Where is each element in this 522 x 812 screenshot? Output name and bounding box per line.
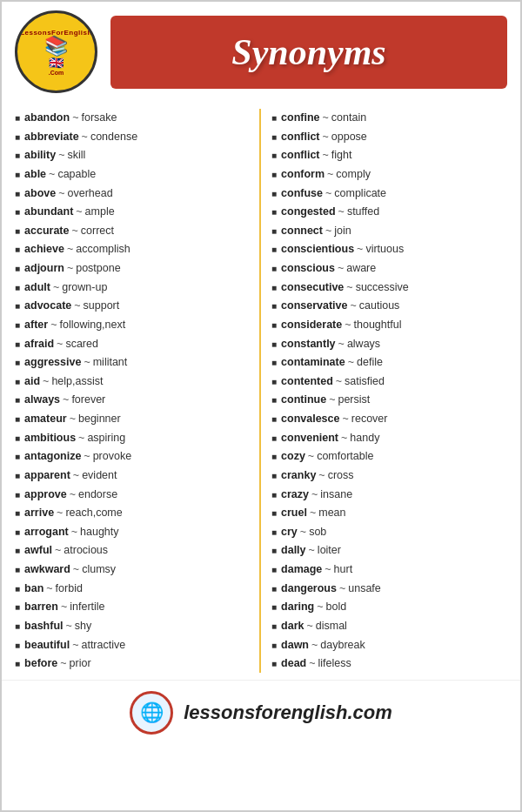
- word: dangerous: [281, 580, 337, 598]
- list-item: ■arrive ~ reach,come: [15, 504, 255, 522]
- tilde: ~: [308, 447, 314, 466]
- bullet-icon: ■: [271, 657, 277, 672]
- tilde: ~: [346, 278, 352, 297]
- word: conflict: [281, 146, 319, 164]
- tilde: ~: [84, 353, 90, 372]
- tilde: ~: [49, 165, 55, 184]
- word: beautiful: [24, 636, 70, 654]
- bullet-icon: ■: [15, 111, 20, 126]
- tilde: ~: [84, 447, 90, 466]
- word: daring: [281, 598, 314, 616]
- bullet-icon: ■: [15, 338, 20, 352]
- list-item: ■convenient ~ handy: [271, 429, 512, 447]
- tilde: ~: [338, 335, 345, 353]
- word: amateur: [24, 410, 67, 428]
- word: adult: [24, 278, 50, 297]
- tilde: ~: [53, 278, 59, 297]
- tilde: ~: [323, 109, 329, 127]
- bullet-icon: ■: [15, 149, 20, 164]
- tilde: ~: [317, 598, 323, 616]
- page-title: Synonyms: [231, 31, 385, 73]
- tilde: ~: [323, 128, 329, 146]
- word: aid: [24, 372, 40, 391]
- tilde: ~: [306, 617, 312, 635]
- tilde: ~: [63, 391, 69, 409]
- tilde: ~: [67, 259, 73, 278]
- tilde: ~: [71, 222, 77, 240]
- synonym: contain: [331, 109, 366, 127]
- list-item: ■apparent ~ evident: [15, 466, 255, 485]
- bullet-icon: ■: [271, 281, 277, 296]
- word: conscious: [281, 259, 335, 278]
- footer: 🌐 lessonsforenglish.com: [2, 680, 520, 745]
- synonym: following,next: [59, 316, 125, 334]
- list-item: ■advocate ~ support: [15, 297, 255, 315]
- word: awful: [24, 541, 52, 560]
- synonym: hurt: [334, 560, 353, 579]
- tilde: ~: [82, 128, 88, 146]
- footer-url[interactable]: lessonsforenglish.com: [184, 701, 392, 724]
- word: confuse: [281, 185, 323, 203]
- bullet-icon: ■: [271, 507, 277, 521]
- list-item: ■arrogant ~ haughty: [15, 523, 255, 541]
- bullet-icon: ■: [15, 243, 20, 258]
- logo: LessonsForEnglish 📚 🇬🇧 .Com: [15, 10, 97, 93]
- list-item: ■bashful ~ shy: [15, 617, 255, 635]
- word: above: [24, 185, 56, 203]
- list-item: ■aid ~ help,assist: [15, 372, 255, 391]
- synonym: overhead: [68, 185, 113, 203]
- list-item: ■able ~ capable: [15, 165, 255, 184]
- synonym: fight: [331, 146, 352, 164]
- word: dark: [281, 617, 304, 635]
- synonym: forever: [71, 391, 105, 409]
- right-column: ■confine ~ contain■conflict ~ oppose■con…: [261, 109, 512, 673]
- bullet-icon: ■: [15, 299, 20, 314]
- tilde: ~: [311, 636, 318, 654]
- synonym: thoughtful: [354, 316, 402, 334]
- list-item: ■connect ~ join: [271, 222, 512, 240]
- bullet-icon: ■: [271, 450, 277, 465]
- word: aggressive: [24, 353, 81, 372]
- word: abundant: [24, 203, 73, 221]
- logo-text-bottom: .Com: [49, 70, 64, 76]
- synonym: cross: [328, 466, 354, 485]
- tilde: ~: [72, 109, 78, 127]
- synonym: lifeless: [318, 654, 351, 673]
- bullet-icon: ■: [15, 131, 20, 145]
- bullet-icon: ■: [15, 639, 20, 654]
- list-item: ■considerate ~ thoughtful: [271, 316, 512, 334]
- synonym: help,assist: [51, 372, 103, 391]
- list-item: ■conform ~ comply: [271, 165, 512, 184]
- word: barren: [24, 598, 58, 616]
- synonym: shy: [75, 617, 91, 635]
- bullet-icon: ■: [15, 262, 20, 277]
- tilde: ~: [58, 146, 64, 164]
- word: able: [24, 165, 46, 184]
- word: cry: [281, 523, 298, 541]
- tilde: ~: [357, 240, 363, 258]
- list-item: ■daring ~ bold: [271, 598, 512, 616]
- tilde: ~: [74, 297, 80, 315]
- list-item: ■achieve ~ accomplish: [15, 240, 255, 258]
- synonym: successive: [356, 278, 409, 297]
- list-item: ■after ~ following,next: [15, 316, 255, 334]
- tilde: ~: [73, 466, 79, 485]
- list-item: ■adult ~ grown-up: [15, 278, 255, 297]
- tilde: ~: [57, 504, 63, 522]
- word: abbreviate: [24, 128, 79, 146]
- word: bashful: [24, 617, 63, 635]
- word: contented: [281, 372, 333, 391]
- header: LessonsForEnglish 📚 🇬🇧 .Com Synonyms: [2, 2, 520, 102]
- word: crazy: [281, 486, 309, 504]
- synonym: recover: [351, 410, 388, 428]
- list-item: ■awful ~ atrocious: [15, 541, 255, 560]
- word: convalesce: [281, 410, 339, 428]
- synonym: support: [84, 297, 120, 315]
- list-item: ■abandon ~ forsake: [15, 109, 255, 127]
- word: conflict: [281, 128, 319, 146]
- bullet-icon: ■: [271, 393, 277, 408]
- tilde: ~: [43, 372, 49, 391]
- word: conscientious: [281, 240, 354, 258]
- bullet-icon: ■: [271, 243, 277, 258]
- list-item: ■continue ~ persist: [271, 391, 512, 409]
